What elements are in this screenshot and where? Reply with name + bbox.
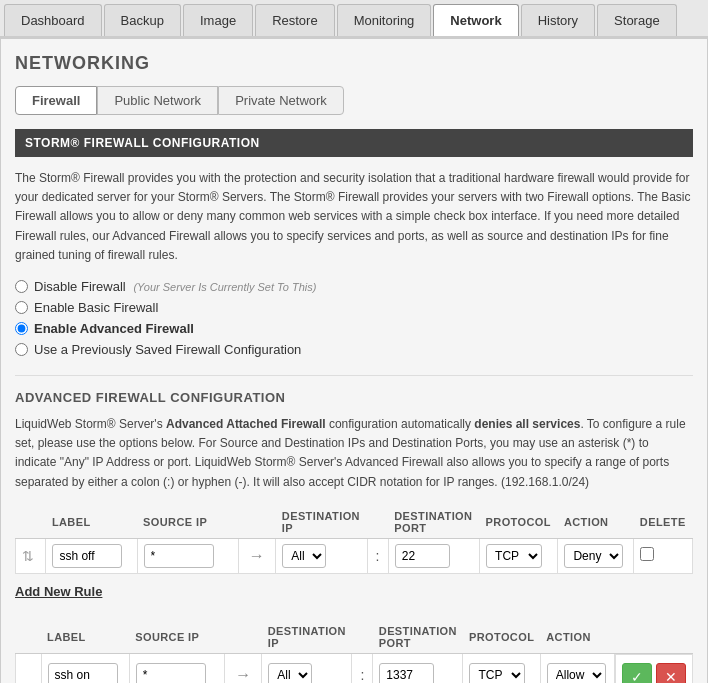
tab-backup[interactable]: Backup [104,4,181,36]
firewall-section-header: STORM® FIREWALL CONFIGURATION [15,129,693,157]
colon-separator: : [374,548,382,564]
new-rule-label-input[interactable] [48,663,118,683]
new-arrow-cell: → [225,653,262,683]
radio-saved-label[interactable]: Use a Previously Saved Firewall Configur… [34,342,301,357]
new-rule-row: → All : TCP UDP Both [16,653,694,683]
rule-label-cell [46,538,137,573]
add-new-rule-section: Add New Rule [15,584,693,609]
new-arrow-icon: → [231,666,255,683]
new-rule-protocol-select[interactable]: TCP UDP Both [469,663,525,683]
advanced-description: LiquidWeb Storm® Server's Advanced Attac… [15,415,693,492]
th-protocol: PROTOCOL [480,506,558,539]
new-th-dest-port: DESTINATION PORT [373,621,463,654]
new-dst-ip-cell: All [262,653,352,683]
rule-delete-checkbox[interactable] [640,547,654,561]
radio-basic: Enable Basic Firewall [15,300,693,315]
th-label: LABEL [46,506,137,539]
page-title: NETWORKING [15,53,693,74]
rule-action-select[interactable]: Deny Allow [564,544,623,568]
tab-history[interactable]: History [521,4,595,36]
th-action: ACTION [558,506,634,539]
th-delete: DELETE [634,506,693,539]
tab-restore[interactable]: Restore [255,4,335,36]
new-rule-dst-ip-select[interactable]: All [268,663,312,683]
new-rule-dst-port-input[interactable] [379,663,434,683]
tab-network[interactable]: Network [433,4,518,36]
firewall-description: The Storm® Firewall provides you with th… [15,169,693,265]
rule-colon-cell: : [367,538,388,573]
rule-src-ip-input[interactable] [144,544,214,568]
new-th-colon-sep [352,621,373,654]
new-th-drag [16,621,42,654]
table-row: ⇅ → All : [16,538,693,573]
arrow-icon: → [245,547,269,564]
tab-monitoring[interactable]: Monitoring [337,4,432,36]
new-dst-port-cell [373,653,463,683]
th-drag [16,506,46,539]
rule-dst-ip-select[interactable]: All [282,544,326,568]
th-colon-sep [367,506,388,539]
radio-disable-label[interactable]: Disable Firewall (Your Server Is Current… [34,279,316,294]
radio-advanced-label[interactable]: Enable Advanced Firewall [34,321,194,336]
new-th-source-ip: SOURCE IP [129,621,225,654]
radio-disable: Disable Firewall (Your Server Is Current… [15,279,693,294]
rule-proto-cell: TCP UDP Both [480,538,558,573]
sub-tab-firewall[interactable]: Firewall [15,86,97,115]
firewall-radio-group: Disable Firewall (Your Server Is Current… [15,279,693,357]
new-label-cell [41,653,129,683]
th-dest-port: DESTINATION PORT [388,506,479,539]
cancel-rule-button[interactable]: ✕ [656,663,686,683]
new-th-protocol: PROTOCOL [463,621,540,654]
rule-arrow-cell: → [238,538,275,573]
new-rule-table: LABEL SOURCE IP DESTINATION IP DESTINATI… [15,621,693,683]
new-th-dest-ip: DESTINATION IP [262,621,352,654]
rule-protocol-select[interactable]: TCP UDP Both [486,544,542,568]
drag-handle-icon: ⇅ [22,548,34,564]
new-th-buttons [614,621,693,654]
drag-handle-cell[interactable]: ⇅ [16,538,46,573]
sub-tab-public-network[interactable]: Public Network [97,86,218,115]
new-th-arrow [225,621,262,654]
radio-advanced-input[interactable] [15,322,28,335]
new-th-label: LABEL [41,621,129,654]
new-colon-separator: : [358,667,366,683]
advanced-header: ADVANCED FIREWALL CONFIGURATION [15,375,693,405]
add-new-rule-link[interactable]: Add New Rule [15,584,102,599]
radio-advanced: Enable Advanced Firewall [15,321,693,336]
sub-tab-private-network[interactable]: Private Network [218,86,344,115]
new-proto-cell: TCP UDP Both [463,653,540,683]
new-th-action: ACTION [540,621,614,654]
new-rule-src-ip-input[interactable] [136,663,206,683]
radio-saved-input[interactable] [15,343,28,356]
new-confirm-cell: ✓ ✕ [615,654,693,683]
new-colon-cell: : [352,653,373,683]
sub-tab-bar: Firewall Public Network Private Network [15,86,693,115]
radio-saved: Use a Previously Saved Firewall Configur… [15,342,693,357]
top-tab-bar: Dashboard Backup Image Restore Monitorin… [0,0,708,38]
new-src-ip-cell [129,653,225,683]
th-source-ip: SOURCE IP [137,506,238,539]
new-drag-cell [16,653,42,683]
rule-delete-cell [634,538,693,573]
main-content: NETWORKING Firewall Public Network Priva… [0,38,708,683]
radio-disable-sub: (Your Server Is Currently Set To This) [133,281,316,293]
existing-rules-table: LABEL SOURCE IP DESTINATION IP DESTINATI… [15,506,693,574]
new-rule-action-select[interactable]: Allow Deny [547,663,606,683]
rule-dst-ip-cell: All [276,538,367,573]
radio-disable-input[interactable] [15,280,28,293]
rule-src-ip-cell [137,538,238,573]
radio-basic-input[interactable] [15,301,28,314]
rule-label-input[interactable] [52,544,122,568]
radio-basic-label[interactable]: Enable Basic Firewall [34,300,158,315]
tab-storage[interactable]: Storage [597,4,677,36]
th-dest-ip: DESTINATION IP [276,506,367,539]
tab-image[interactable]: Image [183,4,253,36]
rule-dst-port-cell [388,538,479,573]
new-action-cell: Allow Deny [540,653,614,683]
th-arrow [238,506,275,539]
tab-dashboard[interactable]: Dashboard [4,4,102,36]
rule-action-cell: Deny Allow [558,538,634,573]
confirm-rule-button[interactable]: ✓ [622,663,652,683]
rule-dst-port-input[interactable] [395,544,450,568]
